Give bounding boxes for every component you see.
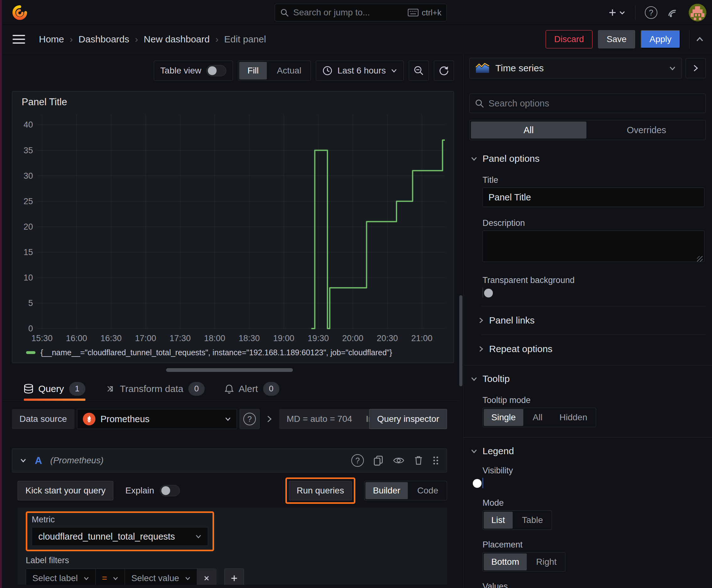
options-search[interactable] [469, 93, 706, 113]
add-new-button[interactable] [608, 8, 626, 17]
transparent-bg-toggle[interactable] [482, 288, 483, 298]
news-icon[interactable] [667, 6, 679, 19]
panel-options-header[interactable]: Panel options [471, 153, 705, 164]
refresh-button[interactable] [434, 61, 454, 81]
scope-overrides[interactable]: Overrides [589, 122, 705, 139]
legend-visibility-toggle[interactable] [482, 478, 483, 488]
breadcrumb-dashboards[interactable]: Dashboards [79, 34, 129, 45]
options-search-input[interactable] [489, 98, 700, 109]
metric-value: cloudflared_tunnel_total_requests [38, 531, 175, 542]
collapse-header-icon[interactable] [689, 30, 705, 48]
legend-mode-list[interactable]: List [484, 512, 513, 529]
legend-values-label: Values [482, 582, 705, 588]
query-ref-id: A [35, 455, 42, 466]
add-filter-button[interactable] [224, 569, 244, 585]
metric-select[interactable]: cloudflared_tunnel_total_requests [32, 527, 208, 546]
x-tick-label: 16:30 [101, 334, 122, 343]
scrollbar-thumb[interactable] [459, 295, 462, 386]
eye-icon[interactable] [393, 456, 405, 465]
table-view-label: Table view [160, 66, 201, 76]
duplicate-icon[interactable] [373, 455, 383, 466]
top-nav: Search or jump to... ctrl+k ? [0, 0, 712, 25]
legend-mode-label: Mode [482, 498, 705, 508]
visualization-picker[interactable]: Time series [469, 58, 682, 79]
trash-icon[interactable] [414, 456, 423, 465]
panel-view-toolbar: Table view Fill Actual Last 6 hours [0, 60, 454, 82]
chevron-down-icon [669, 66, 676, 71]
discard-button[interactable]: Discard [546, 30, 592, 48]
save-button[interactable]: Save [598, 30, 635, 48]
drag-grip-icon[interactable] [432, 456, 439, 465]
operator-dropdown[interactable]: = [96, 569, 125, 585]
tooltip-mode-single[interactable]: Single [484, 409, 523, 426]
y-tick-label: 25 [24, 197, 33, 206]
expand-row-icon[interactable] [262, 415, 277, 423]
select-label-dropdown[interactable]: Select label [26, 569, 96, 585]
series-line [311, 140, 445, 329]
legend-mode-group: List Table [482, 510, 552, 530]
panel-preview: Panel Title 051015202530354015:3016:0016… [12, 91, 454, 363]
resize-grip-icon[interactable] [697, 256, 703, 261]
collapse-options-button[interactable] [686, 58, 706, 78]
zoom-out-button[interactable] [409, 61, 429, 81]
legend-mode-table[interactable]: Table [515, 512, 551, 529]
tab-transform-data[interactable]: Transform data 0 [106, 377, 205, 401]
remove-filter-button[interactable] [197, 569, 216, 585]
time-range-picker[interactable]: Last 6 hours [316, 61, 404, 81]
select-value-dropdown[interactable]: Select value [125, 569, 197, 585]
panel-title-input[interactable] [482, 188, 705, 207]
fit-fill-option[interactable]: Fill [239, 62, 267, 80]
grafana-logo-icon[interactable] [11, 3, 29, 22]
table-view-toggle[interactable] [206, 65, 226, 76]
question-icon: ? [243, 413, 256, 425]
tab-transform-count: 0 [188, 382, 205, 396]
editor-mode-code[interactable]: Code [410, 482, 446, 499]
refresh-icon [438, 65, 449, 76]
menu-icon[interactable] [13, 35, 25, 44]
operator-value: = [102, 573, 107, 583]
query-row-header[interactable]: A (Prometheus) ? [12, 448, 447, 472]
tooltip-mode-all[interactable]: All [525, 409, 550, 426]
datasource-picker[interactable]: Prometheus [77, 409, 237, 429]
tab-query-label: Query [38, 383, 64, 394]
pane-resize-handle[interactable] [166, 368, 293, 372]
breadcrumb-home[interactable]: Home [39, 34, 64, 45]
breadcrumb-new-dashboard[interactable]: New dashboard [144, 34, 210, 45]
query-help-icon[interactable]: ? [351, 454, 364, 467]
query-inspector-button[interactable]: Query inspector [369, 409, 447, 429]
tooltip-mode-hidden[interactable]: Hidden [552, 409, 595, 426]
editor-mode-builder[interactable]: Builder [365, 482, 408, 499]
explain-label: Explain [125, 486, 154, 496]
run-queries-button[interactable]: Run queries [289, 481, 352, 500]
pane-divider [459, 54, 463, 588]
kick-start-button[interactable]: Kick start your query [18, 481, 113, 500]
repeat-options-section[interactable]: Repeat options [469, 335, 706, 363]
tab-alert-label: Alert [239, 383, 258, 394]
chart-plot[interactable]: 051015202530354015:3016:0016:3017:0017:3… [15, 110, 451, 346]
legend-series-label[interactable]: {__name__="cloudflared_tunnel_total_requ… [41, 348, 392, 357]
scope-all[interactable]: All [471, 122, 586, 139]
chevron-down-icon [391, 68, 397, 73]
repeat-options-title: Repeat options [489, 344, 553, 354]
datasource-help-button[interactable]: ? [239, 409, 260, 429]
table-view-control: Table view [154, 61, 233, 81]
legend-title: Legend [482, 446, 514, 456]
tab-query[interactable]: Query 1 [24, 377, 85, 401]
y-tick-label: 30 [24, 171, 33, 181]
fit-actual-option[interactable]: Actual [269, 62, 309, 80]
panel-links-section[interactable]: Panel links [469, 306, 706, 335]
chart-svg: 051015202530354015:3016:0016:3017:0017:3… [15, 110, 451, 346]
apply-button[interactable]: Apply [641, 30, 680, 48]
avatar[interactable] [689, 4, 706, 21]
panel-description-input[interactable] [482, 231, 705, 262]
legend-header[interactable]: Legend [471, 446, 705, 456]
legend-placement-right[interactable]: Right [528, 553, 564, 570]
tooltip-header[interactable]: Tooltip [471, 374, 705, 384]
help-icon[interactable]: ? [645, 6, 657, 19]
collapse-query-icon[interactable] [20, 458, 27, 463]
global-search-input[interactable]: Search or jump to... ctrl+k [275, 4, 447, 21]
tab-alert[interactable]: Alert 0 [225, 377, 279, 401]
shortcut-label: ctrl+k [422, 8, 441, 18]
legend-placement-bottom[interactable]: Bottom [484, 553, 527, 570]
explain-toggle[interactable] [160, 485, 180, 496]
